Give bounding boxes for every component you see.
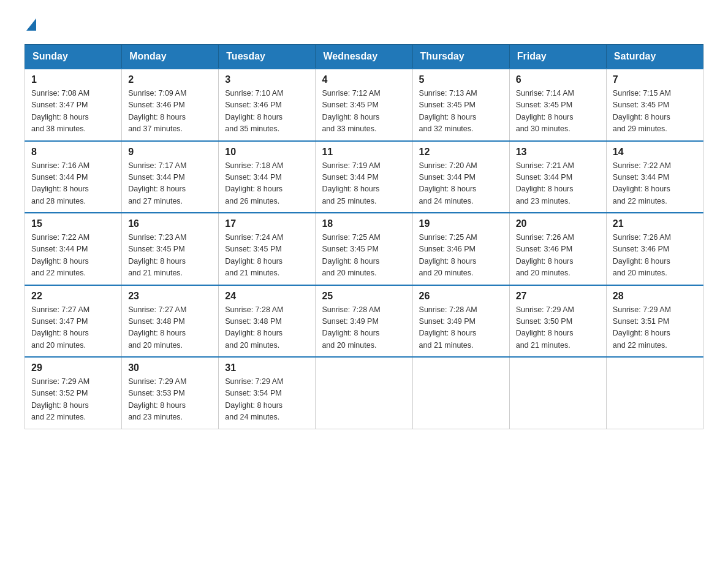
weekday-header-sunday: Sunday	[25, 45, 122, 69]
calendar-cell: 10Sunrise: 7:18 AMSunset: 3:44 PMDayligh…	[219, 141, 316, 213]
day-number: 25	[322, 291, 406, 302]
day-number: 9	[128, 147, 212, 158]
calendar-cell: 20Sunrise: 7:26 AMSunset: 3:46 PMDayligh…	[509, 213, 606, 285]
day-number: 17	[225, 218, 309, 229]
calendar-cell: 13Sunrise: 7:21 AMSunset: 3:44 PMDayligh…	[509, 141, 606, 213]
calendar-cell: 27Sunrise: 7:29 AMSunset: 3:50 PMDayligh…	[509, 285, 606, 358]
calendar-cell: 31Sunrise: 7:29 AMSunset: 3:54 PMDayligh…	[219, 357, 316, 429]
day-number: 16	[128, 218, 212, 229]
day-info: Sunrise: 7:15 AMSunset: 3:45 PMDaylight:…	[613, 88, 697, 136]
weekday-header-thursday: Thursday	[412, 45, 509, 69]
day-info: Sunrise: 7:24 AMSunset: 3:45 PMDaylight:…	[225, 232, 309, 280]
weekday-header-monday: Monday	[122, 45, 219, 69]
day-number: 14	[613, 147, 697, 158]
day-number: 23	[128, 291, 212, 302]
day-info: Sunrise: 7:29 AMSunset: 3:52 PMDaylight:…	[31, 376, 115, 424]
day-info: Sunrise: 7:28 AMSunset: 3:49 PMDaylight:…	[322, 304, 406, 352]
day-number: 31	[225, 362, 309, 373]
calendar-cell: 6Sunrise: 7:14 AMSunset: 3:45 PMDaylight…	[509, 69, 606, 141]
calendar-cell: 19Sunrise: 7:25 AMSunset: 3:46 PMDayligh…	[412, 213, 509, 285]
day-number: 22	[31, 291, 115, 302]
day-number: 30	[128, 362, 212, 373]
calendar-cell: 5Sunrise: 7:13 AMSunset: 3:45 PMDaylight…	[412, 69, 509, 141]
calendar-table: SundayMondayTuesdayWednesdayThursdayFrid…	[25, 44, 703, 429]
day-number: 19	[419, 218, 503, 229]
day-number: 18	[322, 218, 406, 229]
day-number: 21	[613, 218, 697, 229]
day-info: Sunrise: 7:20 AMSunset: 3:44 PMDaylight:…	[419, 160, 503, 208]
day-number: 20	[516, 218, 600, 229]
calendar-cell: 9Sunrise: 7:17 AMSunset: 3:44 PMDaylight…	[122, 141, 219, 213]
day-info: Sunrise: 7:22 AMSunset: 3:44 PMDaylight:…	[613, 160, 697, 208]
calendar-cell: 16Sunrise: 7:23 AMSunset: 3:45 PMDayligh…	[122, 213, 219, 285]
day-number: 6	[516, 74, 600, 85]
day-number: 13	[516, 147, 600, 158]
calendar-cell: 21Sunrise: 7:26 AMSunset: 3:46 PMDayligh…	[606, 213, 703, 285]
day-info: Sunrise: 7:14 AMSunset: 3:45 PMDaylight:…	[516, 88, 600, 136]
day-info: Sunrise: 7:23 AMSunset: 3:45 PMDaylight:…	[128, 232, 212, 280]
logo	[25, 18, 38, 32]
day-number: 1	[31, 74, 115, 85]
calendar-week-2: 8Sunrise: 7:16 AMSunset: 3:44 PMDaylight…	[25, 141, 703, 213]
day-number: 8	[31, 147, 115, 158]
calendar-week-4: 22Sunrise: 7:27 AMSunset: 3:47 PMDayligh…	[25, 285, 703, 358]
day-number: 4	[322, 74, 406, 85]
weekday-header-tuesday: Tuesday	[219, 45, 316, 69]
weekday-header-friday: Friday	[509, 45, 606, 69]
page-header	[25, 18, 703, 32]
day-number: 5	[419, 74, 503, 85]
day-number: 11	[322, 147, 406, 158]
calendar-cell: 25Sunrise: 7:28 AMSunset: 3:49 PMDayligh…	[316, 285, 412, 358]
calendar-cell	[316, 357, 412, 429]
calendar-cell: 7Sunrise: 7:15 AMSunset: 3:45 PMDaylight…	[606, 69, 703, 141]
calendar-cell	[509, 357, 606, 429]
day-info: Sunrise: 7:18 AMSunset: 3:44 PMDaylight:…	[225, 160, 309, 208]
day-info: Sunrise: 7:10 AMSunset: 3:46 PMDaylight:…	[225, 88, 309, 136]
calendar-cell	[412, 357, 509, 429]
day-info: Sunrise: 7:27 AMSunset: 3:47 PMDaylight:…	[31, 304, 115, 352]
day-info: Sunrise: 7:26 AMSunset: 3:46 PMDaylight:…	[613, 232, 697, 280]
calendar-cell: 28Sunrise: 7:29 AMSunset: 3:51 PMDayligh…	[606, 285, 703, 358]
day-info: Sunrise: 7:21 AMSunset: 3:44 PMDaylight:…	[516, 160, 600, 208]
calendar-cell: 2Sunrise: 7:09 AMSunset: 3:46 PMDaylight…	[122, 69, 219, 141]
day-info: Sunrise: 7:29 AMSunset: 3:51 PMDaylight:…	[613, 304, 697, 352]
calendar-cell: 12Sunrise: 7:20 AMSunset: 3:44 PMDayligh…	[412, 141, 509, 213]
calendar-cell: 24Sunrise: 7:28 AMSunset: 3:48 PMDayligh…	[219, 285, 316, 358]
logo-triangle-icon	[26, 18, 36, 31]
calendar-week-3: 15Sunrise: 7:22 AMSunset: 3:44 PMDayligh…	[25, 213, 703, 285]
calendar-cell	[606, 357, 703, 429]
calendar-week-1: 1Sunrise: 7:08 AMSunset: 3:47 PMDaylight…	[25, 69, 703, 141]
calendar-cell: 11Sunrise: 7:19 AMSunset: 3:44 PMDayligh…	[316, 141, 412, 213]
day-info: Sunrise: 7:29 AMSunset: 3:50 PMDaylight:…	[516, 304, 600, 352]
calendar-cell: 17Sunrise: 7:24 AMSunset: 3:45 PMDayligh…	[219, 213, 316, 285]
weekday-header-saturday: Saturday	[606, 45, 703, 69]
day-number: 10	[225, 147, 309, 158]
day-info: Sunrise: 7:25 AMSunset: 3:46 PMDaylight:…	[419, 232, 503, 280]
weekday-header-wednesday: Wednesday	[316, 45, 412, 69]
day-number: 29	[31, 362, 115, 373]
day-info: Sunrise: 7:29 AMSunset: 3:53 PMDaylight:…	[128, 376, 212, 424]
day-info: Sunrise: 7:29 AMSunset: 3:54 PMDaylight:…	[225, 376, 309, 424]
calendar-cell: 8Sunrise: 7:16 AMSunset: 3:44 PMDaylight…	[25, 141, 122, 213]
calendar-cell: 18Sunrise: 7:25 AMSunset: 3:45 PMDayligh…	[316, 213, 412, 285]
day-info: Sunrise: 7:17 AMSunset: 3:44 PMDaylight:…	[128, 160, 212, 208]
calendar-cell: 29Sunrise: 7:29 AMSunset: 3:52 PMDayligh…	[25, 357, 122, 429]
day-info: Sunrise: 7:27 AMSunset: 3:48 PMDaylight:…	[128, 304, 212, 352]
calendar-cell: 30Sunrise: 7:29 AMSunset: 3:53 PMDayligh…	[122, 357, 219, 429]
day-number: 24	[225, 291, 309, 302]
calendar-cell: 4Sunrise: 7:12 AMSunset: 3:45 PMDaylight…	[316, 69, 412, 141]
day-number: 28	[613, 291, 697, 302]
day-info: Sunrise: 7:28 AMSunset: 3:49 PMDaylight:…	[419, 304, 503, 352]
day-info: Sunrise: 7:22 AMSunset: 3:44 PMDaylight:…	[31, 232, 115, 280]
calendar-cell: 23Sunrise: 7:27 AMSunset: 3:48 PMDayligh…	[122, 285, 219, 358]
day-number: 27	[516, 291, 600, 302]
calendar-cell: 1Sunrise: 7:08 AMSunset: 3:47 PMDaylight…	[25, 69, 122, 141]
day-info: Sunrise: 7:19 AMSunset: 3:44 PMDaylight:…	[322, 160, 406, 208]
day-number: 15	[31, 218, 115, 229]
calendar-week-5: 29Sunrise: 7:29 AMSunset: 3:52 PMDayligh…	[25, 357, 703, 429]
day-info: Sunrise: 7:26 AMSunset: 3:46 PMDaylight:…	[516, 232, 600, 280]
day-info: Sunrise: 7:09 AMSunset: 3:46 PMDaylight:…	[128, 88, 212, 136]
day-info: Sunrise: 7:12 AMSunset: 3:45 PMDaylight:…	[322, 88, 406, 136]
calendar-cell: 14Sunrise: 7:22 AMSunset: 3:44 PMDayligh…	[606, 141, 703, 213]
calendar-cell: 3Sunrise: 7:10 AMSunset: 3:46 PMDaylight…	[219, 69, 316, 141]
